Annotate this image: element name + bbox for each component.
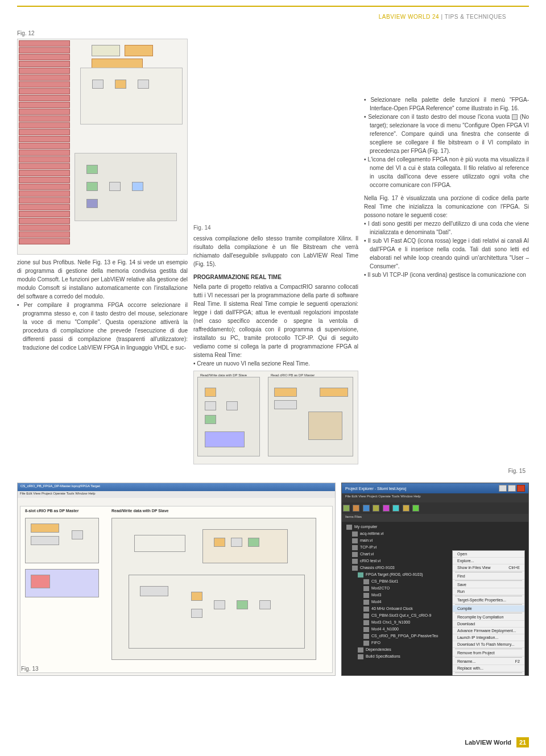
header-sep: | [439, 14, 444, 20]
page-header: LABVIEW WORLD 24 | TIPS & TECHNIQUES [17, 6, 529, 24]
tree-item[interactable]: acq-reltime.vi [346, 530, 528, 537]
col3-b4: I dati sono gestiti per mezzo dell'utili… [364, 219, 529, 236]
fig13-title: CS_cRIO_PB_FPGA_DP-Master.lvproj/FPGA Ta… [18, 483, 335, 491]
context-menu-item[interactable]: Explore... [453, 558, 524, 564]
no-target-icon [512, 114, 518, 120]
fig13-label: Fig. 13 [21, 666, 39, 672]
close-icon[interactable] [517, 485, 525, 492]
header-mag: LABVIEW WORLD 24 [379, 14, 439, 20]
col3-p1: Nella Fig. 17 è visualizzata una porzion… [364, 194, 529, 219]
col2-p1: cessiva compilazione dello stesso tramit… [193, 235, 358, 267]
col2-subhead: PROGRAMMAZIONE REAL TIME [193, 273, 358, 281]
col1-p1: zione sul bus Profibus. Nelle Fig. 13 e … [17, 259, 188, 300]
col3-b1: Selezionare nella palette delle funzioni… [364, 95, 529, 113]
tree-item[interactable]: main.vi [346, 537, 528, 544]
context-menu-item[interactable]: Show in Files ViewCtrl+E [453, 564, 524, 571]
fig14-label: Fig. 14 [193, 223, 358, 232]
col3-b6: Il sub VI TCP-IP (icona verdina) gestisc… [364, 271, 529, 279]
fig13-menubar: File Edit View Project Operate Tools Win… [18, 491, 335, 498]
context-menu-item[interactable]: Download VI To Flash Memory... [453, 641, 524, 648]
page-footer: LabVIEW World 21 [465, 737, 529, 747]
figure-14: Read/Write data with DP Slave Read cRIO … [193, 371, 358, 464]
header-section: TIPS & TECHNIQUES [445, 14, 506, 20]
fig15-label: Fig. 15 [0, 468, 546, 474]
context-menu-item[interactable]: Download [453, 621, 524, 628]
fig15-context-menu[interactable]: OpenExplore...Show in Files ViewCtrl+EFi… [452, 550, 525, 676]
context-menu-item[interactable]: Advance Firmware Deployment... [453, 628, 524, 634]
col3-b2: Selezionare con il tasto destro del mous… [364, 113, 529, 155]
context-menu-item[interactable]: Compile [453, 605, 524, 612]
context-menu-item[interactable]: Target-Specific Properties... [453, 597, 524, 604]
minimize-icon[interactable] [499, 485, 507, 492]
context-menu-item[interactable]: Replace with... [453, 665, 524, 672]
col2-p2: Nella parte di progetto relativa a Compa… [193, 284, 358, 358]
footer-page: 21 [516, 737, 529, 747]
col3-b5: Il sub VI Fast ACQ (icona rossa) legge i… [364, 236, 529, 271]
figure-15: Project Explorer - Silomi test.lvproj Fi… [341, 483, 529, 676]
figure-13: CS_cRIO_PB_FPGA_DP-Master.lvproj/FPGA Ta… [17, 483, 336, 676]
maximize-icon[interactable] [508, 485, 516, 492]
fig15-window-title: Project Explorer - Silomi test.lvproj [345, 487, 406, 491]
context-menu-item[interactable]: Run [453, 588, 524, 595]
fig15-toolbar-icons[interactable] [342, 502, 528, 514]
context-menu-item[interactable]: Recompile by Compilation [453, 614, 524, 621]
context-menu-item[interactable]: Remove from Project [453, 650, 524, 657]
context-menu-item[interactable]: Find [453, 573, 524, 580]
context-menu-item[interactable]: Launch IP Integration... [453, 634, 524, 641]
tree-item[interactable]: My computer [346, 524, 528, 530]
fig15-menubar[interactable]: File Edit View Project Operate Tools Win… [342, 493, 528, 502]
col2-b1: Creare un nuovo VI nella sezione Real Ti… [193, 359, 358, 368]
context-menu-item[interactable]: Properties [453, 674, 524, 676]
fig15-cols: Items Files [342, 514, 528, 522]
context-menu-item[interactable]: Save [453, 581, 524, 588]
context-menu-item[interactable]: Open [453, 551, 524, 558]
footer-mag: LabVIEW World [465, 739, 511, 746]
fig12-label: Fig. 12 [17, 30, 188, 36]
col1-b1: Per compilare il programma FPGA occorre … [17, 301, 188, 352]
col3-b3: L'icona del collegamento FPGA non è più … [364, 155, 529, 189]
context-menu-item[interactable]: Rename...F2 [453, 658, 524, 665]
figure-12 [17, 39, 188, 255]
